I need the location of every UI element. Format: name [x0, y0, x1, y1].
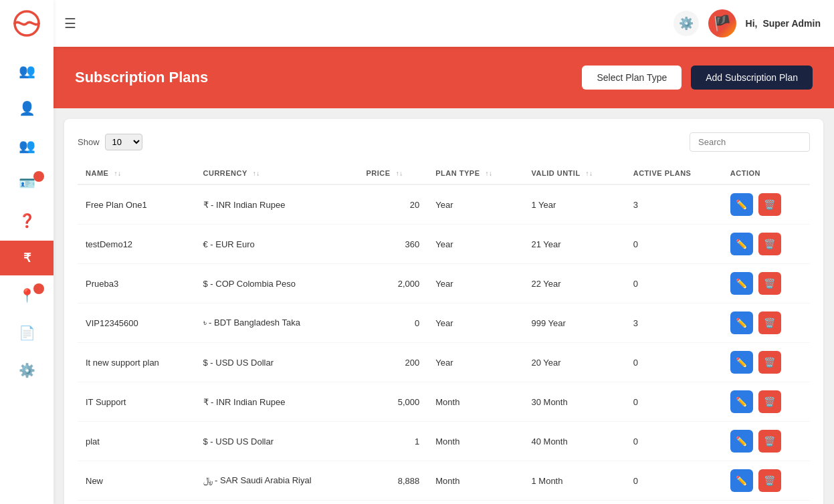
cell-valid-until: 1 Year [523, 184, 625, 225]
sidebar-item-subscription[interactable]: ₹ [0, 241, 54, 275]
cell-plan-type: Year [427, 264, 523, 303]
page-title: Subscription Plans [75, 69, 208, 86]
edit-button[interactable]: ✏️ [730, 390, 753, 413]
table-row: testDemo12 € - EUR Euro 360 Year 21 Year… [78, 225, 810, 264]
col-action: ACTION [722, 162, 810, 184]
delete-button[interactable]: 🗑️ [758, 272, 781, 295]
cell-action: ✏️ 🗑️ [722, 225, 810, 264]
sidebar-item-pin[interactable]: 📍 [0, 278, 54, 313]
sidebar-item-groups[interactable]: 👥 [0, 128, 54, 163]
cell-price: 5,000 [358, 382, 428, 422]
cell-active-plans: 0 [625, 461, 722, 501]
show-label-text: Show [78, 137, 100, 147]
cell-action: ✏️ 🗑️ [722, 382, 810, 422]
cell-price: 200 [358, 343, 428, 382]
table-row: VIP12345600 ৳ - BDT Bangladesh Taka 0 Ye… [78, 303, 810, 343]
cell-name: Free Plan One1 [78, 184, 195, 225]
cell-currency: ₹ - INR Indian Rupee [195, 184, 358, 225]
cell-plan-type: Year [427, 343, 523, 382]
sidebar-item-users[interactable]: 👤 [0, 91, 54, 126]
table-body: Free Plan One1 ₹ - INR Indian Rupee 20 Y… [78, 184, 810, 501]
cell-name: plat [78, 422, 195, 461]
header-actions: Select Plan Type Add Subscription Plan [582, 66, 813, 90]
edit-button[interactable]: ✏️ [730, 233, 753, 255]
cell-name: IT Support [78, 382, 195, 422]
sort-icon-valid[interactable]: ↑↓ [586, 170, 593, 177]
show-entries: Show 10 25 50 100 [78, 134, 142, 150]
sidebar-item-settings[interactable]: ⚙️ [0, 353, 54, 388]
cell-valid-until: 21 Year [523, 225, 625, 264]
edit-button[interactable]: ✏️ [730, 351, 753, 374]
menu-toggle-icon[interactable]: ☰ [64, 15, 76, 31]
sort-icon-plan-type[interactable]: ↑↓ [486, 170, 493, 177]
cell-name: Prueba3 [78, 264, 195, 303]
sidebar-item-help[interactable]: ❓ [0, 203, 54, 238]
sidebar-nav: 👥 👤 👥 🪪 ❓ ₹ 📍 📄 ⚙️ [0, 47, 54, 504]
docs-icon: 📄 [19, 325, 35, 341]
cell-action: ✏️ 🗑️ [722, 343, 810, 382]
cell-action: ✏️ 🗑️ [722, 303, 810, 343]
cell-price: 1 [358, 422, 428, 461]
delete-button[interactable]: 🗑️ [758, 469, 781, 492]
delete-button[interactable]: 🗑️ [758, 233, 781, 255]
page-header: Subscription Plans Select Plan Type Add … [54, 47, 834, 108]
col-name: NAME ↑↓ [78, 162, 195, 184]
sort-icon-price[interactable]: ↑↓ [396, 170, 403, 177]
cell-plan-type: Month [427, 382, 523, 422]
topbar-right: ⚙️ 🏴 Hi, Super Admin [673, 9, 821, 37]
cell-currency: $ - USD US Dollar [195, 422, 358, 461]
cell-name: It new support plan [78, 343, 195, 382]
delete-button[interactable]: 🗑️ [758, 351, 781, 374]
delete-button[interactable]: 🗑️ [758, 311, 781, 334]
search-input[interactable] [690, 132, 810, 152]
cell-valid-until: 999 Year [523, 303, 625, 343]
cell-currency: $ - USD US Dollar [195, 343, 358, 382]
sidebar-item-docs[interactable]: 📄 [0, 316, 54, 350]
gear-icon[interactable]: ⚙️ [673, 11, 699, 36]
cell-price: 8,888 [358, 461, 428, 501]
cell-name: VIP12345600 [78, 303, 195, 343]
edit-button[interactable]: ✏️ [730, 469, 753, 492]
cell-active-plans: 0 [625, 343, 722, 382]
delete-button[interactable]: 🗑️ [758, 193, 781, 216]
edit-button[interactable]: ✏️ [730, 311, 753, 334]
cell-active-plans: 3 [625, 184, 722, 225]
cell-valid-until: 22 Year [523, 264, 625, 303]
delete-button[interactable]: 🗑️ [758, 390, 781, 413]
cards-badge [33, 171, 44, 182]
edit-button[interactable]: ✏️ [730, 193, 753, 216]
cell-action: ✏️ 🗑️ [722, 461, 810, 501]
sort-icon-currency[interactable]: ↑↓ [253, 170, 260, 177]
cell-currency: ৳ - BDT Bangladesh Taka [195, 303, 358, 343]
cell-plan-type: Month [427, 422, 523, 461]
table-toolbar: Show 10 25 50 100 [78, 132, 810, 152]
table-row: Prueba3 $ - COP Colombia Peso 2,000 Year… [78, 264, 810, 303]
sidebar-item-dashboard[interactable]: 👥 [0, 53, 54, 88]
cell-valid-until: 30 Month [523, 382, 625, 422]
cell-currency: ﷼ - SAR Saudi Arabia Riyal [195, 461, 358, 501]
show-select[interactable]: 10 25 50 100 [105, 134, 142, 150]
table-container: Show 10 25 50 100 NAME [64, 119, 823, 504]
edit-button[interactable]: ✏️ [730, 272, 753, 295]
cell-valid-until: 20 Year [523, 343, 625, 382]
select-plan-button[interactable]: Select Plan Type [582, 66, 682, 90]
cell-price: 360 [358, 225, 428, 264]
edit-button[interactable]: ✏️ [730, 430, 753, 453]
sort-icon-name[interactable]: ↑↓ [114, 170, 121, 177]
avatar-flag: 🏴 [708, 9, 736, 37]
cell-active-plans: 0 [625, 225, 722, 264]
table-row: New ﷼ - SAR Saudi Arabia Riyal 8,888 Mon… [78, 461, 810, 501]
pin-icon: 📍 [19, 287, 35, 303]
cell-price: 20 [358, 184, 428, 225]
avatar[interactable]: 🏴 [708, 9, 736, 37]
add-plan-button[interactable]: Add Subscription Plan [691, 66, 813, 90]
cell-currency: $ - COP Colombia Peso [195, 264, 358, 303]
greeting-text: Hi, Super Admin [746, 18, 821, 29]
sidebar-item-cards[interactable]: 🪪 [0, 166, 54, 201]
cell-valid-until: 40 Month [523, 422, 625, 461]
cell-plan-type: Year [427, 303, 523, 343]
delete-button[interactable]: 🗑️ [758, 430, 781, 453]
table-row: Free Plan One1 ₹ - INR Indian Rupee 20 Y… [78, 184, 810, 225]
username-label: Super Admin [762, 18, 821, 29]
cell-currency: € - EUR Euro [195, 225, 358, 264]
